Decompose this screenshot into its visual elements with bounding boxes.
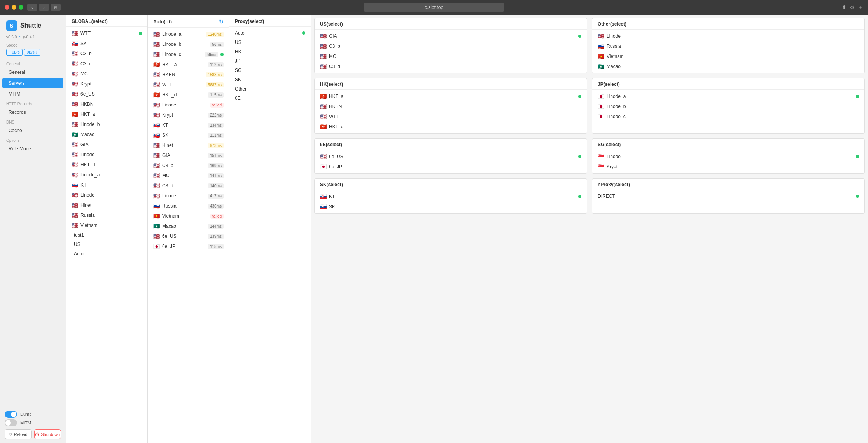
sidebar-item-rule-mode[interactable]: Rule Mode [2,144,63,154]
back-button[interactable]: ‹ [27,4,37,11]
list-item[interactable]: 🇺🇸WTT [66,28,147,38]
url-bar[interactable]: c.sipt.top [364,3,504,12]
list-item[interactable]: 🇺🇸C3_b [315,41,587,51]
list-item[interactable]: 🇺🇸Linode_c56ms [148,49,229,59]
list-item[interactable]: 🇸🇰SK [315,202,587,212]
proxy-col-title: Proxy(select) [235,19,264,24]
list-item[interactable]: 🇺🇸Hinet [66,200,147,210]
list-item[interactable]: 🇺🇸Linode_a1240ms [148,29,229,39]
list-item[interactable]: 🇭🇰HKT_a [315,91,587,101]
list-item[interactable]: Auto [66,249,147,258]
list-item[interactable]: 🇺🇸HKBN [66,99,147,109]
list-item[interactable]: 🇸🇰KT [66,180,147,190]
list-item[interactable]: 🇯🇵Linode_c [592,112,864,122]
list-item[interactable]: 🇺🇸WTT [315,112,587,122]
list-item[interactable]: Other [229,84,311,94]
list-item[interactable]: 🇲🇴Macao [66,129,147,140]
dump-toggle[interactable] [5,411,17,418]
list-item[interactable]: 🇺🇸Linode [66,150,147,160]
list-item[interactable]: 🇸🇰KT134ms [148,120,229,130]
sidebar-item-cache[interactable]: Cache [2,126,63,136]
sidebar-item-mitm[interactable]: MITM [2,89,63,99]
list-item[interactable]: 🇺🇸HKBN [315,101,587,112]
auto-refresh-icon[interactable]: ↻ [219,19,224,25]
list-item[interactable]: 🇲🇴Macao [592,61,864,72]
list-item[interactable]: 🇺🇸C3_d140ms [148,181,229,191]
list-item[interactable]: 🇺🇸Krypt [66,79,147,89]
list-item[interactable]: HK [229,47,311,56]
list-item[interactable]: 🇻🇳Vietnam [592,51,864,61]
list-item[interactable]: 🇻🇳Vietnamfailed [148,211,229,221]
sidebar-item-records[interactable]: Records [2,107,63,117]
list-item[interactable]: JP [229,56,311,66]
mitm-toggle[interactable] [5,419,17,426]
list-item[interactable]: 🇭🇰HKT_d [315,122,587,132]
list-item[interactable]: 🇺🇸6e_US [66,89,147,99]
list-item[interactable]: 🇭🇰HKT_a [66,109,147,119]
list-item[interactable]: 🇭🇰HKT_d115ms [148,90,229,100]
add-tab-icon[interactable]: ＋ [858,4,863,11]
sidebar-item-servers[interactable]: Servers [2,78,63,88]
sidebar-item-general[interactable]: General [2,67,63,77]
list-item[interactable]: 🇺🇸GIA [315,31,587,41]
list-item[interactable]: SK [229,75,311,84]
list-item[interactable]: 🇯🇵Linode_a [592,91,864,101]
list-item[interactable]: 🇲🇴Macao144ms [148,221,229,231]
list-item[interactable]: 🇺🇸Russia [66,210,147,220]
server-flag: 🇲🇴 [72,131,78,138]
list-item[interactable]: US [229,38,311,47]
list-item[interactable]: 🇸🇬Linode [592,152,864,162]
list-item[interactable]: 🇺🇸WTT5687ms [148,80,229,90]
list-item[interactable]: 🇯🇵6e_JP115ms [148,241,229,251]
list-item[interactable]: 🇺🇸Krypt222ms [148,110,229,120]
list-item[interactable]: 🇸🇰SK [66,38,147,49]
list-item[interactable]: 🇺🇸C3_d [66,59,147,69]
list-item[interactable]: 🇷🇺Russia436ms [148,201,229,211]
list-item[interactable]: 🇺🇸C3_b [66,49,147,59]
list-item[interactable]: test1 [66,230,147,240]
list-item[interactable]: 🇺🇸Linode417ms [148,191,229,201]
share-icon[interactable]: ⬆ [842,4,847,10]
list-item[interactable]: 🇺🇸Hinet973ms [148,140,229,150]
list-item[interactable]: 🇺🇸Linode [592,31,864,41]
list-item[interactable]: 🇺🇸Linode_a [66,170,147,180]
list-item[interactable]: 🇺🇸Linode [66,190,147,200]
close-button[interactable] [5,5,9,10]
list-item[interactable]: 🇺🇸6e_US139ms [148,231,229,241]
list-item[interactable]: SG [229,66,311,75]
list-item[interactable]: 🇭🇰HKT_a112ms [148,59,229,70]
list-item[interactable]: 🇺🇸C3_b169ms [148,160,229,171]
list-item[interactable]: 🇺🇸GIA [66,140,147,150]
list-item[interactable]: Auto [229,28,311,38]
list-item[interactable]: 🇺🇸Vietnam [66,220,147,230]
list-item[interactable]: 🇸🇬Krypt [592,162,864,172]
list-item[interactable]: 🇷🇺Russia [592,41,864,51]
list-item[interactable]: 6E [229,94,311,103]
sidebar-toggle-button[interactable]: ⊟ [51,4,61,11]
server-name: Hinet [162,143,206,148]
list-item[interactable]: 🇺🇸MC [315,51,587,61]
list-item[interactable]: 🇯🇵Linode_b [592,101,864,112]
list-item[interactable]: DIRECT [592,192,864,201]
list-item[interactable]: 🇺🇸HKT_d [66,160,147,170]
list-item[interactable]: 🇺🇸GIA151ms [148,150,229,160]
shutdown-button[interactable]: ⏻ Shutdown [34,429,61,439]
list-item[interactable]: 🇸🇰SK111ms [148,130,229,140]
version-refresh-icon[interactable]: ↻ [18,35,21,39]
reload-button[interactable]: ↻ Reload [5,429,32,439]
list-item[interactable]: US [66,240,147,249]
list-item[interactable]: 🇯🇵6e_JP [315,162,587,172]
list-item[interactable]: 🇺🇸Linodefailed [148,100,229,110]
list-item[interactable]: 🇺🇸C3_d [315,61,587,72]
list-item[interactable]: 🇺🇸Linode_b56ms [148,39,229,49]
list-item[interactable]: 🇺🇸HKBN1588ms [148,70,229,80]
list-item[interactable]: 🇺🇸Linode_b [66,119,147,129]
list-item[interactable]: 🇺🇸6e_US [315,152,587,162]
forward-button[interactable]: › [39,4,49,11]
fullscreen-button[interactable] [19,5,23,10]
list-item[interactable]: 🇺🇸MC141ms [148,171,229,181]
list-item[interactable]: 🇸🇰KT [315,192,587,202]
list-item[interactable]: 🇺🇸MC [66,69,147,79]
settings-icon[interactable]: ⚙ [850,4,855,10]
minimize-button[interactable] [12,5,16,10]
